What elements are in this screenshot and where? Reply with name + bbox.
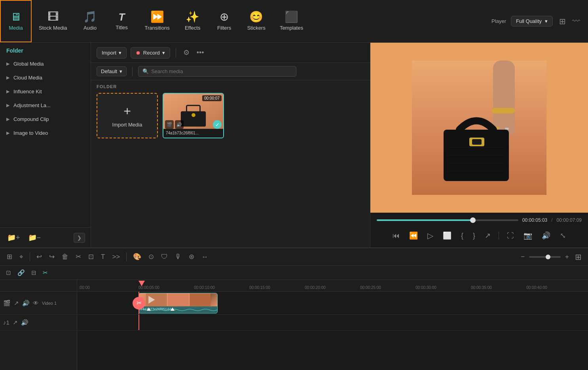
- nav-label-media: Media: [9, 25, 23, 31]
- ruler-mark-2: 00:00:10:00: [194, 285, 215, 290]
- timeline-grid-button[interactable]: ⊞: [573, 251, 583, 263]
- color-match-button[interactable]: 🎨: [131, 251, 143, 262]
- sidebar-label-image-to-video: Image to Video: [13, 130, 48, 136]
- right-panel: 00:00:05:03 / 00:00:07:09 ⏮ ⏪ ▷ ⬜ { } ↗ …: [370, 43, 588, 247]
- nav-item-audio[interactable]: 🎵 Audio: [74, 0, 106, 42]
- clip-marker-2: [171, 308, 175, 311]
- nav-item-stock-media[interactable]: 🎞 Stock Media: [32, 0, 74, 42]
- subbar-separator: [132, 67, 133, 76]
- media-filename: 74a1b73c26f861...: [163, 129, 223, 138]
- silence-button[interactable]: 🎙: [173, 251, 184, 262]
- draw-button[interactable]: ⌖: [17, 251, 25, 262]
- import-button[interactable]: Import ▾: [97, 47, 127, 59]
- snapshot-button[interactable]: 📷: [522, 230, 534, 242]
- stop-button[interactable]: ⬜: [441, 230, 453, 242]
- preview-svg: [412, 60, 546, 195]
- mark-out-button[interactable]: }: [471, 230, 477, 242]
- cut-button[interactable]: ✂: [74, 251, 83, 262]
- fit-to-screen-button[interactable]: ⊡: [5, 268, 12, 278]
- media-tile-1[interactable]: 00:00:07 🎬 🔊 ✓ 74a1b73c26f861...: [163, 93, 224, 138]
- video-icon: 🎬: [165, 120, 174, 129]
- split-audio-button[interactable]: ⊟: [30, 268, 38, 278]
- zoom-slider[interactable]: [529, 256, 561, 258]
- import-media-tile[interactable]: + Import Media: [97, 93, 158, 138]
- eye-track-icon: 👁: [33, 300, 39, 306]
- player-preview: [370, 43, 588, 213]
- templates-icon: ⬛: [285, 11, 298, 23]
- center-panel: Import ▾ ⏺ Record ▾ ⚙ ••• Default ▾ 🔍: [91, 43, 370, 247]
- sidebar-collapse-button[interactable]: ❯: [74, 233, 85, 243]
- zoom-in-button[interactable]: +: [563, 251, 571, 262]
- undo-button[interactable]: ↩: [34, 251, 44, 262]
- nav-item-stickers[interactable]: 😊 Stickers: [240, 0, 273, 42]
- search-icon: 🔍: [142, 68, 149, 74]
- video-clip-1[interactable]: 74a1b73c26f85144e...: [138, 293, 218, 313]
- frame-back-button[interactable]: ⏪: [408, 230, 419, 242]
- nav-item-titles[interactable]: T Titles: [106, 0, 138, 42]
- record-button[interactable]: ⏺ Record ▾: [131, 47, 170, 59]
- link-clips-button[interactable]: 🔗: [16, 268, 26, 278]
- zoom-thumb[interactable]: [546, 255, 550, 259]
- svg-rect-15: [472, 139, 482, 145]
- nav-item-effects[interactable]: ✨ Effects: [177, 0, 209, 42]
- sidebar-header: Folder: [0, 43, 91, 57]
- replace-button[interactable]: ↔: [199, 251, 210, 262]
- progress-thumb[interactable]: [470, 217, 476, 223]
- expand-arrow-icon: ▶: [6, 130, 9, 136]
- sort-label: Default: [101, 68, 117, 74]
- export-options-button[interactable]: ↗: [483, 230, 492, 242]
- redo-button[interactable]: ↪: [47, 251, 57, 262]
- audio-track-1-label: ♪1 ↗ 🔊: [0, 315, 77, 330]
- search-input[interactable]: [151, 68, 292, 74]
- sort-dropdown[interactable]: Default ▾: [97, 66, 127, 76]
- audio-stretch-button[interactable]: ⊛: [187, 251, 196, 262]
- zoom-out-button[interactable]: −: [519, 251, 527, 262]
- sidebar-item-cloud-media[interactable]: ▶ Cloud Media: [0, 71, 91, 85]
- fullscreen-button[interactable]: ⛶: [505, 230, 516, 242]
- nav-item-filters[interactable]: ⊕ Filters: [209, 0, 240, 42]
- sidebar-item-global-media[interactable]: ▶ Global Media: [0, 57, 91, 71]
- quality-dropdown[interactable]: Full Quality ▾: [511, 16, 553, 26]
- ruler-mark-6: 00:00:30:00: [415, 285, 436, 290]
- media-grid: + Import Media: [91, 93, 370, 144]
- play-button[interactable]: ▷: [426, 229, 435, 242]
- transitions-icon: ⏩: [150, 11, 164, 23]
- ruler-mark-3: 00:00:15:00: [249, 285, 270, 290]
- remove-folder-button[interactable]: 📁−: [27, 232, 43, 244]
- expand-arrow-icon: ▶: [6, 61, 9, 66]
- resize-button[interactable]: ⤡: [558, 230, 567, 242]
- step-back-button[interactable]: ⏮: [391, 230, 401, 242]
- sidebar-item-compound-clip[interactable]: ▶ Compound Clip: [0, 112, 91, 126]
- nav-label-filters: Filters: [217, 25, 231, 31]
- waveform-view-button[interactable]: 〰: [571, 15, 582, 28]
- timeline-tracks-scroll[interactable]: :00:00 00:00:05:00 00:00:10:00 00:00:15:…: [77, 280, 588, 370]
- progress-track[interactable]: [377, 219, 518, 221]
- nav-item-templates[interactable]: ⬛ Templates: [273, 0, 310, 42]
- filter-button[interactable]: ⚙: [182, 47, 191, 59]
- nav-item-transitions[interactable]: ⏩ Transitions: [138, 0, 177, 42]
- nav-item-media[interactable]: 🖥 Media: [0, 0, 32, 42]
- crop-button[interactable]: ⊡: [86, 251, 96, 262]
- magnetic-snap-button[interactable]: ✂: [42, 268, 49, 278]
- sidebar-item-influence-kit[interactable]: ▶ Influence Kit: [0, 85, 91, 98]
- record-label: Record: [143, 50, 160, 56]
- grid-view-button[interactable]: ⊞: [558, 15, 567, 28]
- sidebar-item-image-to-video[interactable]: ▶ Image to Video: [0, 126, 91, 140]
- search-box[interactable]: 🔍: [138, 66, 296, 77]
- more-options-button[interactable]: •••: [195, 47, 206, 59]
- playhead-triangle: [138, 281, 145, 286]
- ctrl-separator: [499, 232, 499, 240]
- stabilize-button[interactable]: 🛡: [159, 251, 170, 262]
- add-folder-button[interactable]: 📁+: [6, 232, 22, 244]
- top-right-controls: Player Full Quality ▾ ⊞ 〰: [491, 0, 588, 42]
- delete-button[interactable]: 🗑: [60, 251, 70, 262]
- volume-button[interactable]: 🔊: [540, 230, 552, 242]
- speed-button[interactable]: >>: [110, 251, 122, 262]
- motion-button[interactable]: ⊙: [146, 251, 156, 262]
- text-button[interactable]: T: [99, 251, 107, 262]
- multi-select-button[interactable]: ⊞: [5, 251, 14, 262]
- expand-arrow-icon: ▶: [6, 89, 9, 94]
- mark-in-button[interactable]: {: [459, 230, 465, 242]
- ruler-spacer: [0, 280, 77, 292]
- sidebar-item-adjustment-layer[interactable]: ▶ Adjustment La...: [0, 98, 91, 112]
